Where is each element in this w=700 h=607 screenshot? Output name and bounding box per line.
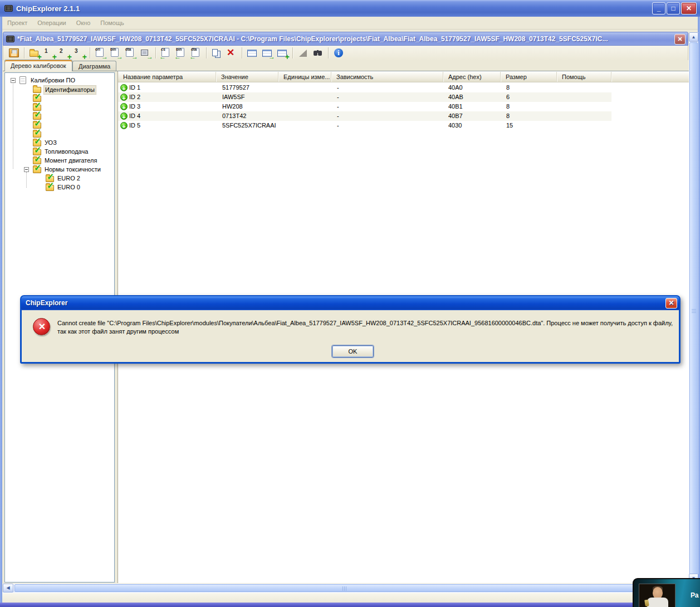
table-arrow-icon [262, 50, 272, 57]
main-titlebar: ChipExplorer 2.1.1 _ □ ✕ [0, 0, 700, 17]
binoculars-icon [314, 51, 317, 56]
two-icon: 2 [60, 48, 63, 54]
import-dta-button[interactable]: dta [189, 47, 203, 60]
menubar: Проект Операции Окно Помощь [2, 17, 698, 30]
find-button[interactable] [311, 47, 325, 60]
device-icon [141, 50, 148, 56]
horizontal-scroll-thumb[interactable] [14, 584, 673, 592]
add-1-button[interactable]: 1 [43, 47, 57, 60]
export-ori-button[interactable]: ori [94, 47, 107, 60]
table-icon [247, 50, 257, 57]
error-dialog-close-button[interactable]: ✕ [665, 298, 677, 309]
toolbar-separator [90, 47, 91, 58]
table-view-button[interactable] [246, 47, 260, 60]
import-cs-button[interactable]: cs [159, 47, 173, 60]
import-bin-button[interactable]: bin [174, 47, 188, 60]
chipexplorer-app: ChipExplorer 2.1.1 _ □ ✕ Проект Операции… [0, 0, 700, 607]
info-button[interactable]: i [332, 47, 346, 60]
plus-orb-icon [120, 84, 128, 91]
app-title: ChipExplorer 2.1.1 [16, 4, 80, 13]
triangle-icon [299, 50, 307, 57]
plus-orb-icon [120, 112, 128, 120]
add-3-button[interactable]: 3 [73, 47, 87, 60]
horizontal-scrollbar[interactable]: ◀ ▶ [3, 584, 689, 593]
triangle-button[interactable] [296, 47, 310, 60]
copy-icon [212, 49, 218, 56]
one-icon: 1 [45, 48, 48, 54]
table-row-id5[interactable]: ID 5 5SFC525X7ICRAAI - 4030 15 [118, 121, 611, 130]
toolbar-separator [242, 47, 243, 58]
menu-window[interactable]: Окно [71, 18, 96, 28]
scroll-up-button[interactable]: ▲ [689, 32, 698, 42]
notification-popup[interactable]: Ра [633, 578, 700, 607]
export-bin-button[interactable]: bin [109, 47, 123, 60]
toolbar-separator [292, 47, 293, 58]
minimize-button[interactable]: _ [652, 2, 665, 14]
toolbar-separator [328, 47, 329, 58]
toolbar-separator [206, 47, 207, 58]
copy-button[interactable] [210, 47, 224, 60]
export-device-button[interactable] [139, 47, 153, 60]
toolbar: 1 2 3 ori bin dta cs bin dta ✕ i [3, 46, 688, 60]
popup-contact-name: Ра [691, 591, 699, 599]
maximize-button[interactable]: □ [667, 2, 680, 14]
error-message: Cannot create file "C:\Program Files\Chi… [57, 319, 677, 336]
plus-orb-icon [120, 103, 128, 110]
document-icon [19, 76, 26, 84]
table-row-id4[interactable]: ID 4 0713T42 - 40B7 8 [118, 111, 611, 121]
table-row-id3[interactable]: ID 3 HW208 - 40B1 8 [118, 102, 611, 111]
ok-button[interactable]: OK [332, 345, 374, 358]
floppy-icon [9, 48, 19, 57]
add-2-button[interactable]: 2 [58, 47, 72, 60]
col-size[interactable]: Размер [501, 72, 557, 82]
error-dialog-titlebar: ChipExplorer ✕ [21, 296, 679, 310]
info-icon: i [334, 48, 343, 57]
table-row-id2[interactable]: ID 2 IAW5SF - 40AB 6 [118, 92, 611, 102]
tab-diagram[interactable]: Диаграмма [72, 61, 116, 71]
window-frame-left [0, 17, 2, 603]
table-row-id1[interactable]: ID 1 51779527 - 40A0 8 [118, 83, 611, 92]
save-button[interactable] [7, 47, 21, 60]
photo-glass [644, 600, 649, 607]
col-name[interactable]: Название параметра [118, 72, 216, 82]
col-units[interactable]: Единицы изме... [278, 72, 331, 82]
photo-shirt [647, 598, 668, 607]
open-folder-add-button[interactable] [28, 47, 42, 60]
export-dta-button[interactable]: dta [124, 47, 138, 60]
status-bar [2, 593, 698, 603]
check-folder-icon [46, 185, 54, 191]
tree-connector [13, 82, 13, 169]
project-close-button[interactable]: ✕ [674, 34, 686, 45]
col-dependency[interactable]: Зависимость [331, 72, 443, 82]
delete-x-icon: ✕ [227, 47, 234, 58]
vertical-scroll-thumb[interactable] [689, 42, 698, 578]
menu-operations[interactable]: Операции [32, 18, 71, 28]
table-header: Название параметра Значение Единицы изме… [118, 72, 689, 82]
col-value[interactable]: Значение [216, 72, 278, 82]
col-address[interactable]: Адрес (hex) [443, 72, 501, 82]
plus-orb-icon [120, 122, 128, 129]
three-icon: 3 [75, 48, 78, 54]
contact-photo [639, 584, 675, 607]
tab-calibration-tree[interactable]: Дерево калибровок [4, 60, 72, 71]
toolbar-separator [155, 47, 156, 58]
tree-root-label: Калибровки ПО [30, 76, 76, 85]
collapse-toggle-icon[interactable] [11, 78, 16, 83]
table-add-button[interactable] [276, 47, 290, 60]
collapse-toggle-icon[interactable] [24, 167, 29, 172]
window-frame-bottom [0, 603, 700, 607]
menu-help[interactable]: Помощь [95, 18, 129, 28]
close-button[interactable]: ✕ [681, 2, 697, 14]
delete-button[interactable]: ✕ [225, 47, 239, 60]
check-folder-icon [33, 167, 41, 173]
app-chip-icon [4, 5, 13, 12]
col-help[interactable]: Помощь [557, 72, 611, 82]
plus-orb-icon [120, 94, 128, 101]
menu-project[interactable]: Проект [2, 18, 32, 28]
error-icon [33, 318, 50, 335]
scroll-left-button[interactable]: ◀ [3, 584, 13, 593]
photo-face [653, 587, 663, 599]
table-export-button[interactable] [261, 47, 275, 60]
tab-bar: Дерево калибровок Диаграмма [3, 60, 688, 71]
vertical-scrollbar[interactable]: ▲ ▼ [689, 32, 698, 583]
